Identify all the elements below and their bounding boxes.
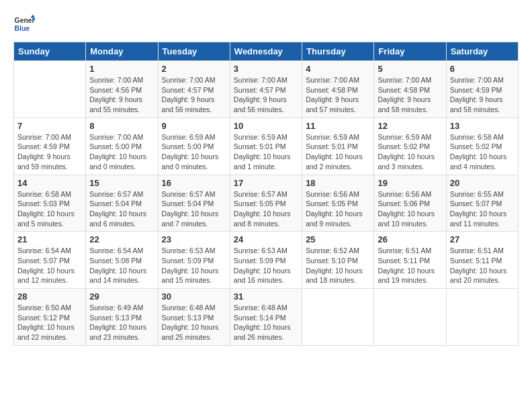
day-number: 22 — [89, 234, 154, 244]
calendar-cell: 8Sunrise: 7:00 AM Sunset: 5:00 PM Daylig… — [86, 118, 158, 175]
day-number: 13 — [450, 121, 515, 131]
day-number: 15 — [89, 178, 154, 188]
day-info: Sunrise: 6:53 AM Sunset: 5:09 PM Dayligh… — [234, 246, 298, 285]
day-number: 28 — [17, 291, 82, 302]
calendar-cell — [302, 289, 374, 346]
calendar-cell — [446, 289, 518, 346]
day-number: 11 — [306, 121, 370, 131]
day-info: Sunrise: 6:59 AM Sunset: 5:01 PM Dayligh… — [306, 132, 370, 172]
logo-icon: General Blue — [13, 13, 35, 35]
day-number: 10 — [234, 121, 298, 131]
calendar-week-row: 21Sunrise: 6:54 AM Sunset: 5:07 PM Dayli… — [14, 232, 519, 289]
column-header-tuesday: Tuesday — [158, 42, 230, 61]
calendar-cell: 2Sunrise: 7:00 AM Sunset: 4:57 PM Daylig… — [158, 61, 230, 118]
svg-text:Blue: Blue — [15, 25, 30, 32]
calendar-cell: 16Sunrise: 6:57 AM Sunset: 5:04 PM Dayli… — [158, 175, 230, 232]
calendar-week-row: 28Sunrise: 6:50 AM Sunset: 5:12 PM Dayli… — [14, 289, 519, 346]
day-number: 23 — [162, 234, 226, 244]
calendar-cell: 20Sunrise: 6:55 AM Sunset: 5:07 PM Dayli… — [446, 175, 518, 232]
day-number: 2 — [162, 64, 226, 74]
day-info: Sunrise: 6:52 AM Sunset: 5:10 PM Dayligh… — [306, 246, 370, 285]
calendar-cell: 1Sunrise: 7:00 AM Sunset: 4:56 PM Daylig… — [86, 61, 158, 118]
day-info: Sunrise: 6:50 AM Sunset: 5:12 PM Dayligh… — [17, 303, 82, 342]
calendar-cell: 12Sunrise: 6:59 AM Sunset: 5:02 PM Dayli… — [374, 118, 446, 175]
day-number: 26 — [378, 234, 442, 244]
day-number: 12 — [378, 121, 442, 131]
calendar-cell — [374, 289, 446, 346]
day-number: 21 — [17, 234, 82, 244]
day-info: Sunrise: 6:48 AM Sunset: 5:14 PM Dayligh… — [234, 303, 298, 342]
day-info: Sunrise: 6:57 AM Sunset: 5:04 PM Dayligh… — [89, 189, 154, 229]
day-info: Sunrise: 6:53 AM Sunset: 5:09 PM Dayligh… — [162, 246, 226, 285]
day-info: Sunrise: 6:48 AM Sunset: 5:13 PM Dayligh… — [162, 303, 226, 342]
day-info: Sunrise: 7:00 AM Sunset: 4:58 PM Dayligh… — [306, 75, 370, 115]
day-number: 31 — [234, 291, 298, 302]
calendar-week-row: 14Sunrise: 6:58 AM Sunset: 5:03 PM Dayli… — [14, 175, 519, 232]
day-number: 14 — [17, 178, 82, 188]
logo: General Blue — [13, 13, 35, 35]
day-info: Sunrise: 7:00 AM Sunset: 4:59 PM Dayligh… — [450, 75, 515, 115]
day-number: 1 — [89, 64, 154, 74]
column-header-sunday: Sunday — [14, 42, 86, 61]
calendar-cell: 15Sunrise: 6:57 AM Sunset: 5:04 PM Dayli… — [86, 175, 158, 232]
day-number: 25 — [306, 234, 370, 244]
day-info: Sunrise: 7:00 AM Sunset: 5:00 PM Dayligh… — [89, 132, 154, 172]
calendar-header-row: SundayMondayTuesdayWednesdayThursdayFrid… — [14, 42, 519, 61]
day-info: Sunrise: 6:58 AM Sunset: 5:02 PM Dayligh… — [450, 132, 515, 172]
calendar-cell: 22Sunrise: 6:54 AM Sunset: 5:08 PM Dayli… — [86, 232, 158, 289]
calendar-body: 1Sunrise: 7:00 AM Sunset: 4:56 PM Daylig… — [14, 61, 519, 346]
calendar-cell: 19Sunrise: 6:56 AM Sunset: 5:06 PM Dayli… — [374, 175, 446, 232]
day-number: 5 — [378, 64, 442, 74]
calendar-cell: 14Sunrise: 6:58 AM Sunset: 5:03 PM Dayli… — [14, 175, 86, 232]
day-number: 18 — [306, 178, 370, 188]
day-number: 24 — [234, 234, 298, 244]
svg-marker-2 — [31, 15, 35, 18]
day-number: 4 — [306, 64, 370, 74]
calendar-cell: 5Sunrise: 7:00 AM Sunset: 4:58 PM Daylig… — [374, 61, 446, 118]
day-info: Sunrise: 7:00 AM Sunset: 4:58 PM Dayligh… — [378, 75, 442, 115]
column-header-monday: Monday — [86, 42, 158, 61]
calendar-cell: 21Sunrise: 6:54 AM Sunset: 5:07 PM Dayli… — [14, 232, 86, 289]
day-info: Sunrise: 6:57 AM Sunset: 5:04 PM Dayligh… — [162, 189, 226, 229]
calendar-cell: 6Sunrise: 7:00 AM Sunset: 4:59 PM Daylig… — [446, 61, 518, 118]
day-info: Sunrise: 6:54 AM Sunset: 5:08 PM Dayligh… — [89, 246, 154, 285]
day-number: 29 — [89, 291, 154, 302]
page-header: General Blue — [13, 13, 519, 35]
day-info: Sunrise: 6:49 AM Sunset: 5:13 PM Dayligh… — [89, 303, 154, 342]
column-header-wednesday: Wednesday — [230, 42, 302, 61]
column-header-saturday: Saturday — [446, 42, 518, 61]
day-number: 16 — [162, 178, 226, 188]
calendar-cell: 13Sunrise: 6:58 AM Sunset: 5:02 PM Dayli… — [446, 118, 518, 175]
day-number: 3 — [234, 64, 298, 74]
calendar-cell: 17Sunrise: 6:57 AM Sunset: 5:05 PM Dayli… — [230, 175, 302, 232]
day-info: Sunrise: 7:00 AM Sunset: 4:56 PM Dayligh… — [89, 75, 154, 115]
calendar-cell: 10Sunrise: 6:59 AM Sunset: 5:01 PM Dayli… — [230, 118, 302, 175]
calendar-cell: 31Sunrise: 6:48 AM Sunset: 5:14 PM Dayli… — [230, 289, 302, 346]
calendar-cell: 26Sunrise: 6:51 AM Sunset: 5:11 PM Dayli… — [374, 232, 446, 289]
day-info: Sunrise: 6:54 AM Sunset: 5:07 PM Dayligh… — [17, 246, 82, 285]
day-info: Sunrise: 6:56 AM Sunset: 5:05 PM Dayligh… — [306, 189, 370, 229]
calendar-cell: 7Sunrise: 7:00 AM Sunset: 4:59 PM Daylig… — [14, 118, 86, 175]
calendar-cell: 4Sunrise: 7:00 AM Sunset: 4:58 PM Daylig… — [302, 61, 374, 118]
calendar-cell: 3Sunrise: 7:00 AM Sunset: 4:57 PM Daylig… — [230, 61, 302, 118]
day-info: Sunrise: 6:59 AM Sunset: 5:00 PM Dayligh… — [162, 132, 226, 172]
day-number: 6 — [450, 64, 515, 74]
day-number: 30 — [162, 291, 226, 302]
calendar-cell: 18Sunrise: 6:56 AM Sunset: 5:05 PM Dayli… — [302, 175, 374, 232]
calendar-cell: 9Sunrise: 6:59 AM Sunset: 5:00 PM Daylig… — [158, 118, 230, 175]
calendar-table: SundayMondayTuesdayWednesdayThursdayFrid… — [13, 42, 519, 346]
day-info: Sunrise: 6:56 AM Sunset: 5:06 PM Dayligh… — [378, 189, 442, 229]
day-number: 17 — [234, 178, 298, 188]
calendar-cell: 24Sunrise: 6:53 AM Sunset: 5:09 PM Dayli… — [230, 232, 302, 289]
day-info: Sunrise: 7:00 AM Sunset: 4:57 PM Dayligh… — [162, 75, 226, 115]
day-number: 19 — [378, 178, 442, 188]
calendar-cell: 25Sunrise: 6:52 AM Sunset: 5:10 PM Dayli… — [302, 232, 374, 289]
calendar-cell: 28Sunrise: 6:50 AM Sunset: 5:12 PM Dayli… — [14, 289, 86, 346]
day-info: Sunrise: 6:59 AM Sunset: 5:02 PM Dayligh… — [378, 132, 442, 172]
day-info: Sunrise: 6:51 AM Sunset: 5:11 PM Dayligh… — [450, 246, 515, 285]
day-number: 27 — [450, 234, 515, 244]
day-info: Sunrise: 6:57 AM Sunset: 5:05 PM Dayligh… — [234, 189, 298, 229]
day-number: 9 — [162, 121, 226, 131]
column-header-friday: Friday — [374, 42, 446, 61]
calendar-week-row: 1Sunrise: 7:00 AM Sunset: 4:56 PM Daylig… — [14, 61, 519, 118]
